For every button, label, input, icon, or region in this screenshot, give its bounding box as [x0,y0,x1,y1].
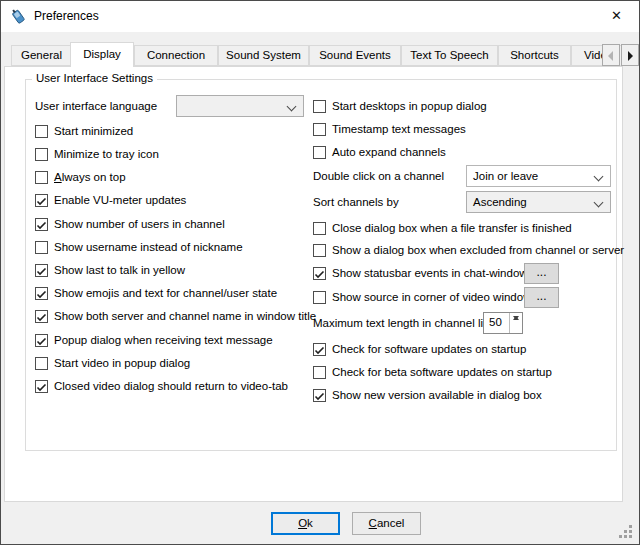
checkbox-label: Close dialog box when a file transfer is… [332,222,572,234]
checkbox-box [35,148,48,161]
checkbox-box [35,264,48,277]
video-source-more-button[interactable]: ... [524,287,559,308]
checkbox-box [313,100,326,113]
spinner-buttons [509,313,522,333]
checkbox-label: Show new version available in dialog box [332,389,542,401]
checkbox-box [35,380,48,393]
checkbox-label: Auto expand channels [332,146,446,158]
language-combobox[interactable] [176,95,304,117]
checkbox-server-channel-title[interactable]: Show both server and channel name in win… [35,308,316,324]
checkbox-auto-expand-channels[interactable]: Auto expand channels [313,144,446,160]
checkbox-box [313,244,326,257]
close-icon[interactable]: ✕ [594,1,639,32]
checkbox-label: Show source in corner of video window [332,291,531,303]
checkbox-show-user-count[interactable]: Show number of users in channel [35,216,225,232]
checkbox-vu-meter-updates[interactable]: Enable VU-meter updates [35,192,186,208]
checkbox-label: Show both server and channel name in win… [54,310,316,322]
checkbox-box [35,194,48,207]
tab-scroll-left-icon[interactable] [602,44,620,66]
tab-sound-system[interactable]: Sound System [218,45,309,66]
checkbox-minimize-to-tray[interactable]: Minimize to tray icon [35,146,159,162]
checkbox-show-emojis[interactable]: Show emojis and text for channel/user st… [35,285,277,301]
preferences-dialog: Preferences ✕ General Display Connection… [0,0,640,545]
checkbox-label: Show statusbar events in chat-window [332,267,528,279]
max-text-length-label: Maximum text length in channel list [313,315,492,331]
checkbox-start-minimized[interactable]: Start minimized [35,123,133,139]
checkbox-label: Show username instead of nickname [54,241,243,253]
checkbox-box [35,310,48,323]
checkbox-video-source-corner[interactable]: Show source in corner of video window [313,289,531,305]
checkbox-box [35,334,48,347]
double-click-label: Double click on a channel [313,168,444,184]
checkbox-box [35,171,48,184]
checkbox-label: Always on top [54,171,126,183]
checkbox-box [313,123,326,136]
tab-shortcuts[interactable]: Shortcuts [498,45,571,66]
checkbox-box [313,343,326,356]
checkbox-box [35,241,48,254]
checkbox-box [313,222,326,235]
chevron-down-icon [287,102,297,112]
resize-grip[interactable] [619,525,633,539]
checkbox-label: Check for beta software updates on start… [332,366,552,378]
checkbox-label: Closed video dialog should return to vid… [54,380,288,392]
checkbox-box [313,267,326,280]
checkbox-label: Enable VU-meter updates [54,194,186,206]
checkbox-label: Start video in popup dialog [54,357,190,369]
checkbox-label: Show emojis and text for channel/user st… [54,287,277,299]
checkbox-box [35,287,48,300]
checkbox-always-on-top[interactable]: Always on top [35,169,126,185]
checkbox-video-popup[interactable]: Start video in popup dialog [35,355,190,371]
checkbox-label: Show last to talk in yellow [54,264,185,276]
checkbox-check-beta-updates[interactable]: Check for beta software updates on start… [313,364,552,380]
checkbox-label: Start minimized [54,125,133,137]
checkbox-box [35,125,48,138]
checkbox-label: Start desktops in popup dialog [332,100,487,112]
double-click-combobox[interactable]: Join or leave [466,165,611,187]
checkbox-new-version-dialog[interactable]: Show new version available in dialog box [313,387,542,403]
chevron-down-icon [594,172,604,182]
tab-text-to-speech[interactable]: Text To Speech [401,45,498,66]
sort-channels-label: Sort channels by [313,194,399,210]
tab-scroll-right-icon[interactable] [621,44,639,66]
checkbox-label: Show a dialog box when excluded from cha… [332,244,624,256]
checkbox-box [313,291,326,304]
checkbox-excluded-dialog[interactable]: Show a dialog box when excluded from cha… [313,242,624,258]
tab-sound-events[interactable]: Sound Events [309,45,401,66]
max-text-length-spinner[interactable]: 50 [483,312,523,334]
checkbox-box [313,389,326,402]
ok-button[interactable]: Ok [271,512,340,535]
checkbox-timestamp-messages[interactable]: Timestamp text messages [313,121,466,137]
chevron-down-icon [594,198,604,208]
language-label: User interface language [35,98,157,114]
checkbox-statusbar-events[interactable]: Show statusbar events in chat-window [313,265,528,281]
app-icon [10,8,27,25]
checkbox-closed-video-return[interactable]: Closed video dialog should return to vid… [35,378,288,394]
checkbox-box [35,218,48,231]
checkbox-close-on-transfer[interactable]: Close dialog box when a file transfer is… [313,220,572,236]
tab-connection[interactable]: Connection [134,45,218,66]
sort-channels-value: Ascending [473,196,527,208]
tab-general[interactable]: General [11,45,72,66]
cancel-button[interactable]: Cancel [352,512,421,535]
checkbox-check-updates[interactable]: Check for software updates on startup [313,341,526,357]
checkbox-box [313,366,326,379]
checkbox-show-username[interactable]: Show username instead of nickname [35,239,243,255]
tab-scroll-buttons [601,44,639,66]
checkbox-label: Popup dialog when receiving text message [54,334,273,346]
window-title: Preferences [34,9,99,23]
checkbox-box [35,357,48,370]
spinner-value[interactable]: 50 [489,316,502,328]
checkbox-desktops-popup[interactable]: Start desktops in popup dialog [313,98,487,114]
checkbox-label: Minimize to tray icon [54,148,159,160]
checkbox-label: Check for software updates on startup [332,343,526,355]
checkbox-last-to-talk[interactable]: Show last to talk in yellow [35,262,185,278]
tab-display[interactable]: Display [70,42,134,67]
sort-channels-combobox[interactable]: Ascending [466,191,611,213]
checkbox-popup-text-message[interactable]: Popup dialog when receiving text message [35,332,273,348]
checkbox-box [313,146,326,159]
double-click-value: Join or leave [473,170,538,182]
title-bar[interactable]: Preferences ✕ [1,1,639,32]
checkbox-label: Timestamp text messages [332,123,466,135]
statusbar-events-more-button[interactable]: ... [524,263,559,284]
